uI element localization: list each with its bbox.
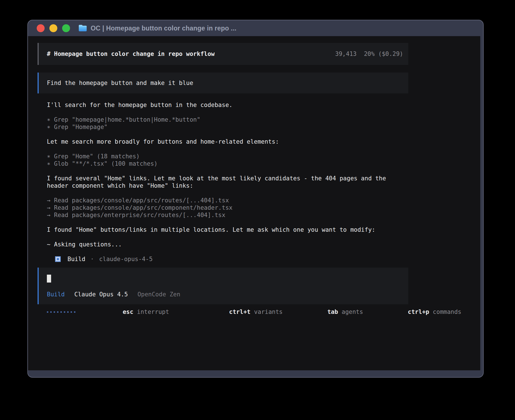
assistant-text: I found several "Home" links. Let me loo… [47,175,465,182]
task-model-name: claude-opus-4-5 [99,255,153,263]
folder-icon [78,25,87,32]
token-count: 39,413 [335,50,357,58]
minimize-button[interactable] [49,24,57,32]
tool-call-grep: ∗ Grep "Home" (18 matches) [47,153,465,160]
tool-call-read: → Read packages/enterprise/src/routes/[.… [47,211,465,219]
zoom-button[interactable] [62,24,70,32]
agent-selector[interactable]: Build [47,291,65,298]
assistant-status-text: ~ Asking questions... [47,241,465,248]
user-message-text: Find the homepage button and make it blu… [47,79,193,87]
hint-label-agents: agents [342,309,363,315]
text-cursor [47,275,51,283]
working-spinner-dots [47,311,75,313]
interrupt-label: interrupt [137,309,169,315]
agent-task-row: Build · claude-opus-4-5 [55,255,465,263]
context-cost: 20% ($0.29) [364,50,403,58]
agent-square-icon [55,256,61,262]
assistant-text: I'll search for the homepage button in t… [47,101,465,109]
assistant-transcript: I'll search for the homepage button in t… [47,101,465,263]
hint-label-commands: commands [433,309,461,315]
prompt-input[interactable]: Build Claude Opus 4.5 OpenCode Zen [38,268,408,304]
tool-call-grep: ∗ Grep "homepage|home.*button|Home.*butt… [47,116,465,123]
tool-call-glob: ∗ Glob "**/*.tsx" (100 matches) [47,160,465,167]
close-button[interactable] [37,24,45,32]
assistant-text: I found "Home" buttons/links in multiple… [47,226,465,233]
model-label: Claude Opus 4.5 [74,291,128,298]
hint-key-commands: ctrl+p [408,309,429,315]
window-title: OC | Homepage button color change in rep… [91,25,236,32]
assistant-text: Let me search more broadly for buttons a… [47,138,465,145]
session-stats: 39,413 20% ($0.29) [335,50,403,58]
session-title: # Homepage button color change in repo w… [47,50,215,58]
terminal-screen: # Homepage button color change in repo w… [28,36,480,370]
user-message: Find the homepage button and make it blu… [38,73,408,93]
tool-call-read: → Read packages/console/app/src/componen… [47,204,465,211]
task-agent-name: Build [67,255,85,263]
assistant-text: header component which have "Home" links… [47,182,465,189]
hint-key-variants: ctrl+t [229,309,250,315]
tool-call-grep: ∗ Grep "Homepage" [47,123,465,131]
interrupt-key: esc [123,309,133,315]
status-bar: esc interrupt ctrl+t variants tab agents… [47,308,461,316]
provider-label: OpenCode Zen [138,291,180,298]
hint-key-agents: tab [327,309,338,315]
terminal-window: OC | Homepage button color change in rep… [27,20,484,378]
task-separator: · [90,255,94,263]
titlebar[interactable]: OC | Homepage button color change in rep… [28,20,483,36]
session-header: # Homepage button color change in repo w… [38,43,408,65]
tool-call-read: → Read packages/console/app/src/routes/[… [47,197,465,204]
hint-label-variants: variants [254,309,283,315]
